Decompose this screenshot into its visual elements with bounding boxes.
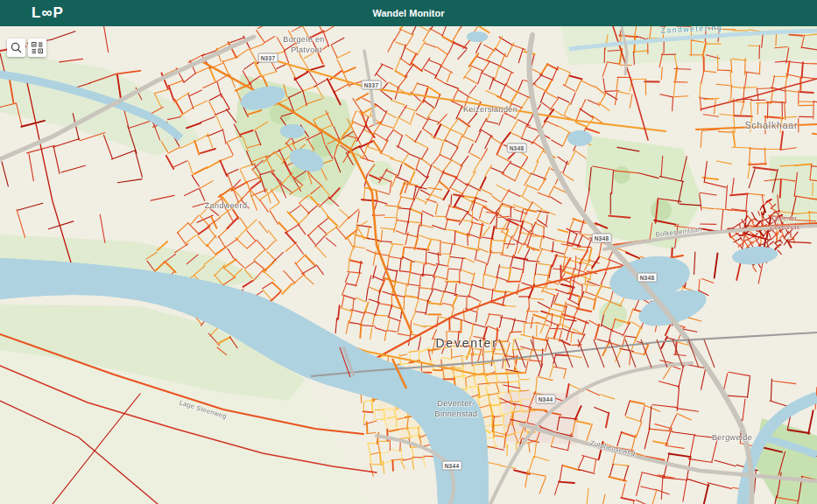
legend-button[interactable] (28, 38, 46, 57)
qr-grid-icon (32, 42, 43, 53)
search-button[interactable] (7, 38, 25, 57)
map-roads-overlay (0, 26, 817, 504)
app-header: L∞P Wandel Monitor (0, 0, 817, 26)
map-viewport[interactable] (0, 26, 817, 504)
app-title: Wandel Monitor (0, 0, 817, 26)
search-icon (10, 41, 23, 54)
